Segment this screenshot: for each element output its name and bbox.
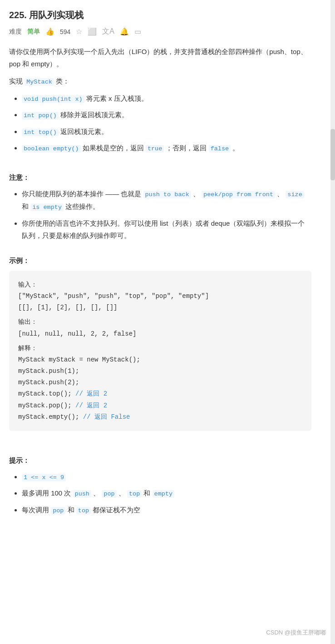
- translate-icon[interactable]: 文A: [102, 27, 114, 36]
- menu-icon[interactable]: ▭: [134, 27, 141, 36]
- hint-push-code: push: [73, 490, 91, 498]
- hint-title: 提示：: [9, 456, 311, 465]
- input-label: 输入：: [18, 279, 302, 291]
- method-push: void push(int x) 将元素 x 压入栈顶。: [22, 92, 311, 105]
- like-icon[interactable]: 👍: [45, 27, 54, 36]
- true-code: true: [146, 145, 164, 153]
- peek-pop-code: peek/pop from front: [202, 191, 275, 198]
- top-code: int top(): [22, 129, 59, 136]
- example-title: 示例：: [9, 257, 311, 265]
- note-section: 注意： 你只能使用队列的基本操作 —— 也就是 push to back 、 p…: [9, 165, 311, 242]
- hint-empty-code: empty: [153, 490, 175, 498]
- scrollbar[interactable]: [330, 0, 335, 644]
- false-code: false: [209, 145, 231, 153]
- hint-top-code: top: [127, 490, 142, 498]
- is-empty-code: is empty: [30, 203, 64, 211]
- size-code: size: [286, 191, 304, 198]
- hint-top2-code: top: [76, 507, 91, 515]
- explain-line-1: MyStack myStack = new MyStack();: [18, 354, 302, 366]
- page-title: 225. 用队列实现栈: [9, 9, 311, 21]
- code-block: 输入： ["MyStack", "push", "push", "top", "…: [9, 271, 311, 431]
- footer-credit: CSDN @摸鱼王胖嘟嘟: [266, 629, 326, 637]
- pop-code: int pop(): [22, 112, 59, 119]
- note-item-2: 你所使用的语言也许不支持队列。你可以使用 list（列表）或者 deque（双端…: [22, 217, 311, 242]
- hints-list: 1 <= x <= 9 最多调用 100 次 push 、 pop 、 top …: [22, 471, 311, 516]
- share-icon[interactable]: ⬜: [88, 27, 97, 36]
- explain-line-6: myStack.empty(); // 返回 False: [18, 411, 302, 423]
- push-code: void push(int x): [22, 95, 84, 103]
- output-label: 输出：: [18, 316, 302, 328]
- explain-line-3: myStack.push(2);: [18, 377, 302, 388]
- star-icon[interactable]: ☆: [76, 27, 82, 36]
- note-item-1: 你只能使用队列的基本操作 —— 也就是 push to back 、 peek/…: [22, 188, 311, 213]
- method-empty: boolean empty() 如果栈是空的，返回 true ；否则，返回 fa…: [22, 142, 311, 154]
- input-line1: ["MyStack", "push", "push", "top", "pop"…: [18, 291, 302, 302]
- methods-list: void push(int x) 将元素 x 压入栈顶。 int pop() 移…: [22, 92, 311, 154]
- hint-pop2-code: pop: [51, 507, 65, 515]
- method-pop: int pop() 移除并返回栈顶元素。: [22, 109, 311, 121]
- meta-row: 难度 简单 👍 594 ☆ ⬜ 文A 🔔 ▭: [9, 27, 311, 36]
- explain-line-2: myStack.push(1);: [18, 366, 302, 377]
- input-line2: [[], [1], [2], [], [], []]: [18, 302, 302, 313]
- difficulty-value: 简单: [27, 28, 40, 36]
- explain-label: 解释：: [18, 342, 302, 354]
- hint-pop-code: pop: [102, 490, 116, 498]
- empty-code: boolean empty(): [22, 145, 81, 153]
- hint-item-1: 1 <= x <= 9: [22, 471, 311, 483]
- like-count: 594: [60, 28, 70, 35]
- hint-section: 提示： 1 <= x <= 9 最多调用 100 次 push 、 pop 、 …: [9, 446, 311, 516]
- implement-label: 实现 MyStack 类：: [9, 77, 311, 86]
- explain-line-4: myStack.top(); // 返回 2: [18, 388, 302, 400]
- example-section: 示例： 输入： ["MyStack", "push", "push", "top…: [9, 253, 311, 431]
- notes-list: 你只能使用队列的基本操作 —— 也就是 push to back 、 peek/…: [22, 188, 311, 242]
- bell-icon[interactable]: 🔔: [120, 27, 129, 36]
- method-top: int top() 返回栈顶元素。: [22, 125, 311, 138]
- hint-range-code: 1 <= x <= 9: [22, 474, 66, 481]
- push-to-back-code: push to back: [143, 191, 191, 198]
- scrollbar-thumb[interactable]: [330, 129, 335, 180]
- output-line: [null, null, null, 2, 2, false]: [18, 328, 302, 340]
- explain-line-5: myStack.pop(); // 返回 2: [18, 400, 302, 411]
- description: 请你仅使用两个队列实现一个后入先出（LIFO）的栈，并支持普通栈的全部四种操作（…: [9, 45, 311, 70]
- mystack-code: MyStack: [25, 78, 54, 86]
- page-container: 225. 用队列实现栈 难度 简单 👍 594 ☆ ⬜ 文A 🔔 ▭ 请你仅使用…: [0, 0, 322, 547]
- hint-item-2: 最多调用 100 次 push 、 pop 、 top 和 empty: [22, 487, 311, 500]
- note-title: 注意：: [9, 173, 311, 182]
- hint-item-3: 每次调用 pop 和 top 都保证栈不为空: [22, 504, 311, 516]
- difficulty-label: 难度: [9, 28, 22, 36]
